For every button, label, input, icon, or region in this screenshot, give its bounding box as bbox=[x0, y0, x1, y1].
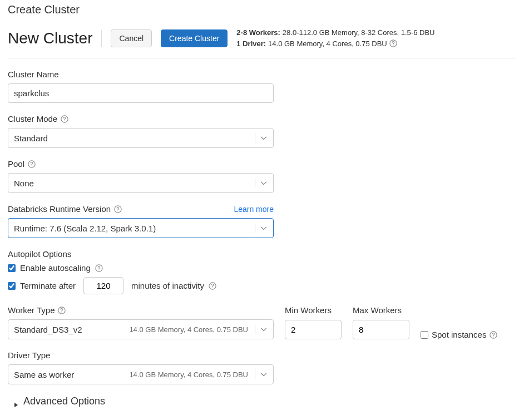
create-cluster-button[interactable]: Create Cluster bbox=[161, 29, 228, 47]
min-workers-input[interactable] bbox=[285, 320, 342, 339]
worker-type-section: Worker Type Min Workers Max Workers Stan… bbox=[8, 305, 516, 339]
cluster-name-label: Cluster Name bbox=[8, 70, 516, 79]
spot-instances-checkbox[interactable] bbox=[421, 331, 428, 339]
worker-type-label: Worker Type bbox=[8, 305, 55, 315]
runtime-section: Databricks Runtime Version Learn more Ru… bbox=[8, 204, 516, 238]
driver-type-select[interactable]: Same as worker 14.0 GB Memory, 4 Cores, … bbox=[8, 364, 274, 384]
autopilot-section: Autopilot Options Enable autoscaling Ter… bbox=[8, 249, 516, 294]
driver-type-label: Driver Type bbox=[8, 350, 516, 360]
advanced-options-toggle[interactable]: Advanced Options bbox=[8, 396, 516, 407]
pool-label: Pool bbox=[8, 159, 24, 169]
pool-section: Pool None bbox=[8, 159, 516, 193]
runtime-value: Runtime: 7.6 (Scala 2.12, Spark 3.0.1) bbox=[14, 224, 255, 233]
cluster-mode-section: Cluster Mode Standard bbox=[8, 114, 516, 148]
help-icon[interactable] bbox=[95, 264, 103, 272]
terminate-checkbox[interactable] bbox=[8, 282, 16, 290]
pool-select[interactable]: None bbox=[8, 173, 274, 193]
divider bbox=[101, 30, 102, 47]
worker-type-select[interactable]: Standard_DS3_v2 14.0 GB Memory, 4 Cores,… bbox=[8, 319, 274, 339]
help-icon[interactable] bbox=[114, 205, 122, 213]
help-icon[interactable] bbox=[209, 282, 216, 290]
cluster-summary: 2-8 Workers: 28.0-112.0 GB Memory, 8-32 … bbox=[236, 27, 434, 49]
header-row: New Cluster Cancel Create Cluster 2-8 Wo… bbox=[8, 27, 516, 49]
chevron-down-icon bbox=[260, 370, 268, 378]
driver-type-section: Driver Type Same as worker 14.0 GB Memor… bbox=[8, 350, 516, 384]
divider bbox=[255, 369, 255, 379]
runtime-select[interactable]: Runtime: 7.6 (Scala 2.12, Spark 3.0.1) bbox=[8, 218, 274, 238]
triangle-right-icon bbox=[13, 399, 19, 404]
cluster-name-section: Cluster Name bbox=[8, 70, 516, 103]
spot-instances-label: Spot instances bbox=[432, 330, 486, 339]
min-workers-label: Min Workers bbox=[285, 305, 342, 315]
cluster-mode-value: Standard bbox=[14, 134, 255, 143]
autoscale-checkbox[interactable] bbox=[8, 264, 16, 272]
summary-workers-label: 2-8 Workers: bbox=[236, 27, 280, 38]
cancel-button[interactable]: Cancel bbox=[111, 29, 152, 47]
page-title: New Cluster bbox=[8, 29, 92, 47]
summary-workers-detail: 28.0-112.0 GB Memory, 8-32 Cores, 1.5-6 … bbox=[283, 27, 435, 38]
advanced-options-label: Advanced Options bbox=[23, 396, 105, 407]
max-workers-input[interactable] bbox=[353, 320, 409, 339]
help-icon[interactable] bbox=[389, 39, 397, 47]
runtime-label: Databricks Runtime Version bbox=[8, 204, 111, 214]
driver-type-value: Same as worker bbox=[14, 370, 129, 379]
cluster-mode-label: Cluster Mode bbox=[8, 114, 57, 123]
terminate-minutes-input[interactable] bbox=[83, 277, 123, 294]
cluster-mode-select[interactable]: Standard bbox=[8, 128, 274, 148]
driver-type-meta: 14.0 GB Memory, 4 Cores, 0.75 DBU bbox=[129, 370, 248, 379]
chevron-down-icon bbox=[260, 325, 268, 333]
summary-driver-label: 1 Driver: bbox=[236, 38, 266, 50]
chevron-down-icon bbox=[260, 179, 268, 187]
summary-driver-detail: 14.0 GB Memory, 4 Cores, 0.75 DBU bbox=[268, 38, 387, 50]
divider bbox=[255, 324, 255, 334]
divider bbox=[255, 223, 255, 233]
help-icon[interactable] bbox=[61, 115, 68, 123]
chevron-down-icon bbox=[260, 224, 268, 232]
runtime-learn-more-link[interactable]: Learn more bbox=[234, 205, 274, 214]
autoscale-label: Enable autoscaling bbox=[20, 263, 91, 273]
help-icon[interactable] bbox=[28, 160, 36, 168]
help-icon[interactable] bbox=[58, 307, 66, 314]
chevron-down-icon bbox=[260, 134, 268, 142]
worker-type-meta: 14.0 GB Memory, 4 Cores, 0.75 DBU bbox=[129, 325, 248, 334]
pool-value: None bbox=[14, 179, 255, 188]
terminate-prefix: Terminate after bbox=[20, 281, 76, 290]
max-workers-label: Max Workers bbox=[353, 305, 409, 315]
autopilot-title: Autopilot Options bbox=[8, 249, 516, 259]
help-icon[interactable] bbox=[490, 331, 497, 339]
divider bbox=[255, 133, 255, 143]
worker-type-value: Standard_DS3_v2 bbox=[14, 325, 129, 334]
breadcrumb: Create Cluster bbox=[8, 3, 516, 16]
divider bbox=[8, 58, 516, 58]
cluster-name-input[interactable] bbox=[8, 83, 274, 103]
divider bbox=[255, 178, 255, 188]
terminate-suffix: minutes of inactivity bbox=[131, 281, 204, 290]
